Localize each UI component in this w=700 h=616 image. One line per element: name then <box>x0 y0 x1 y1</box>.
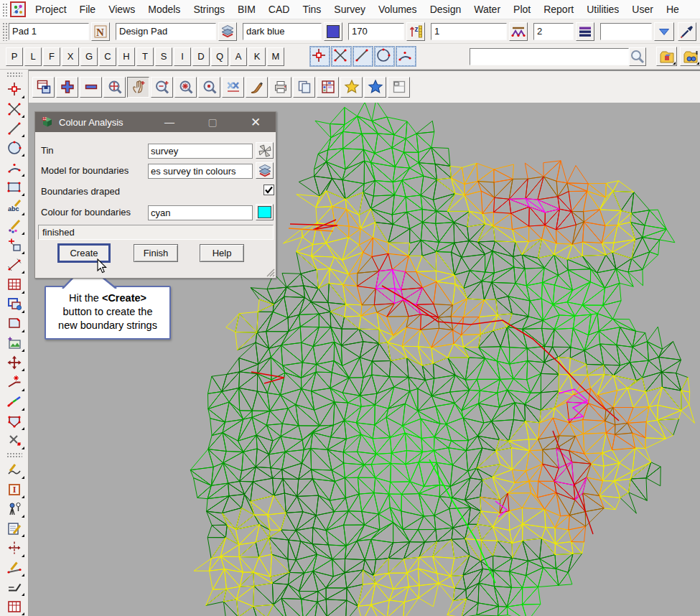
zoom-extents-button[interactable] <box>103 77 126 98</box>
create-symbol-button[interactable] <box>4 216 25 235</box>
copy-view-button[interactable] <box>293 77 315 98</box>
delete-x-button[interactable] <box>222 77 244 98</box>
dropdown-button[interactable] <box>654 22 674 41</box>
create-boundary-polygon-button[interactable] <box>4 411 25 431</box>
menu-survey[interactable]: Survey <box>327 0 372 19</box>
window-corner-button[interactable] <box>388 77 410 98</box>
paste-image-button[interactable] <box>4 333 25 353</box>
translate-move-button[interactable] <box>4 353 25 372</box>
remove-model-button[interactable] <box>80 77 102 98</box>
snap-circle[interactable] <box>375 47 394 66</box>
create-point-box-button[interactable] <box>4 235 25 255</box>
copy-view-objects-button[interactable] <box>4 294 25 314</box>
menu-utilities[interactable]: Utilities <box>580 0 625 19</box>
colour-for-boundaries-input[interactable] <box>148 205 253 220</box>
menu-project[interactable]: Project <box>29 0 73 19</box>
menu-file[interactable]: File <box>73 0 103 19</box>
menu-strings[interactable]: Strings <box>187 0 231 19</box>
plan-view-viewport[interactable]: 12 Colour Analysis — ▢ ✕ Tin Model for b… <box>29 103 700 616</box>
create-text-button[interactable]: abc <box>4 197 25 216</box>
point-name-input[interactable] <box>9 23 89 40</box>
function-key-t[interactable]: T <box>136 47 154 66</box>
create-coloured-line-button[interactable] <box>4 392 25 411</box>
edit-notes-button[interactable] <box>4 518 25 538</box>
tinable-input[interactable] <box>600 23 652 40</box>
menu-plot[interactable]: Plot <box>507 0 537 19</box>
snap-point[interactable] <box>310 47 330 66</box>
function-key-m[interactable]: M <box>267 47 284 66</box>
create-slope-button[interactable] <box>4 372 25 391</box>
add-model-button[interactable] <box>56 77 78 98</box>
close-icon[interactable]: ✕ <box>245 112 266 132</box>
menu-bim[interactable]: BIM <box>231 0 262 19</box>
function-key-l[interactable]: L <box>24 47 42 66</box>
plot-print-button[interactable] <box>269 77 291 98</box>
linewidth-input[interactable] <box>533 23 574 40</box>
tin-input[interactable] <box>148 144 253 159</box>
create-polygon-shape-button[interactable] <box>4 314 25 333</box>
menu-views[interactable]: Views <box>102 0 141 19</box>
function-key-s[interactable]: S <box>155 47 172 66</box>
zoom-magnify-button[interactable] <box>151 77 173 98</box>
search-input[interactable] <box>470 48 629 65</box>
function-key-k[interactable]: K <box>248 47 266 66</box>
search-icon[interactable] <box>629 47 646 66</box>
create-circle-button[interactable] <box>4 138 25 157</box>
create-arc-button[interactable] <box>4 157 25 177</box>
function-key-x[interactable]: X <box>62 47 79 66</box>
function-key-g[interactable]: G <box>80 47 98 66</box>
dialog-title-bar[interactable]: 12 Colour Analysis — ▢ ✕ <box>35 112 276 132</box>
boundaries-draped-checkbox[interactable] <box>263 185 274 195</box>
menu-design[interactable]: Design <box>424 0 468 19</box>
eyedropper-button[interactable] <box>678 22 696 41</box>
linestyle-button[interactable] <box>509 22 528 41</box>
measure-bearing-button[interactable] <box>4 255 25 274</box>
toolbar2-grip[interactable] <box>1 22 7 41</box>
snap-cursor[interactable] <box>332 47 351 66</box>
model-input[interactable] <box>116 23 216 40</box>
mirror-flip-button[interactable] <box>4 538 25 557</box>
function-key-d[interactable]: D <box>192 47 210 66</box>
function-key-h[interactable]: H <box>118 47 135 66</box>
find-model-folder[interactable] <box>680 47 700 66</box>
menu-volumes[interactable]: Volumes <box>372 0 424 19</box>
function-key-a[interactable]: A <box>230 47 247 66</box>
delete-element-button[interactable] <box>4 431 25 450</box>
create-line-button[interactable] <box>4 118 25 138</box>
menu-cad[interactable]: CAD <box>262 0 297 19</box>
menu-water[interactable]: Water <box>467 0 507 19</box>
interface-tool-button[interactable]: I <box>4 480 25 499</box>
redraw-button[interactable] <box>246 77 268 98</box>
sketch-tool-button[interactable] <box>4 460 25 480</box>
function-key-q[interactable]: Q <box>211 47 228 66</box>
menu-models[interactable]: Models <box>141 0 187 19</box>
menu-tins[interactable]: Tins <box>296 0 327 19</box>
function-key-f[interactable]: F <box>43 47 60 66</box>
tin-picker-button[interactable] <box>256 142 274 159</box>
snap-line[interactable] <box>353 47 373 66</box>
grid-window-button[interactable] <box>317 77 339 98</box>
angle-tool-button[interactable] <box>4 577 25 597</box>
function-key-c[interactable]: C <box>99 47 116 66</box>
grid-control-button[interactable] <box>4 274 25 294</box>
create-box-button[interactable] <box>4 177 25 197</box>
name-n-button[interactable]: N <box>91 22 110 41</box>
menu-user[interactable]: User <box>625 0 660 19</box>
snap-arc[interactable] <box>396 47 416 66</box>
linewidth-button[interactable] <box>576 22 594 41</box>
zoom-previous-button[interactable] <box>198 77 220 98</box>
model-layers-button[interactable] <box>218 22 237 41</box>
height-input[interactable] <box>348 23 404 40</box>
left-toolbar-grip[interactable] <box>6 72 22 78</box>
favourite-star-yellow-button[interactable] <box>340 77 363 98</box>
resize-grip[interactable] <box>265 267 275 277</box>
model-for-boundaries-input[interactable] <box>148 164 253 179</box>
help-button[interactable]: Help <box>200 244 244 262</box>
height-z-button[interactable]: z <box>406 22 425 41</box>
minimize-icon[interactable]: — <box>159 112 180 132</box>
survey-instrument-button[interactable] <box>4 499 25 518</box>
pan-button[interactable] <box>127 77 149 98</box>
menu-grip[interactable] <box>1 2 7 17</box>
save-view-button[interactable] <box>32 77 55 98</box>
open-project-folder[interactable] <box>656 47 677 66</box>
